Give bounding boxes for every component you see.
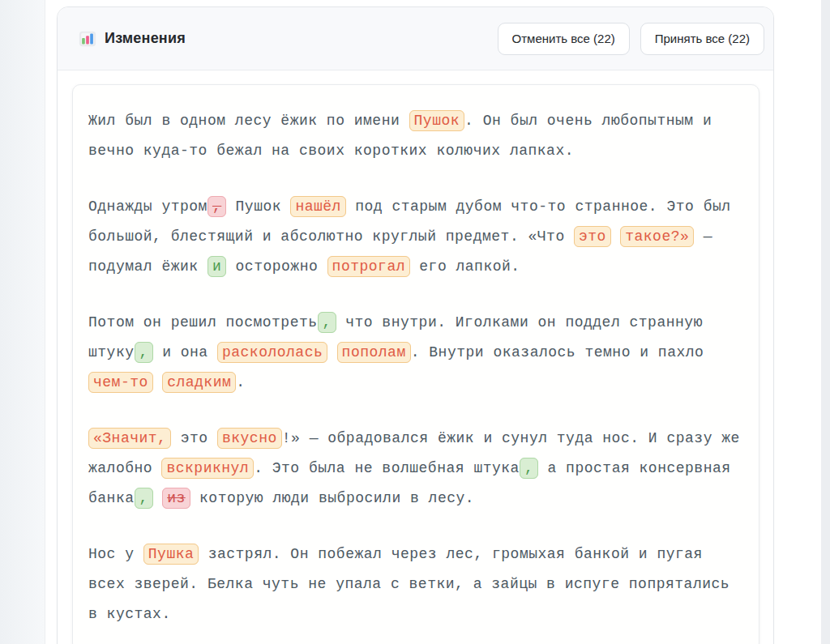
changed-text[interactable]: чем-то [88,372,153,393]
removed-text[interactable]: из [162,488,190,509]
added-text[interactable]: , [318,312,336,333]
header-actions: Отменить все (22) Принять все (22) [498,23,764,55]
text-run [153,374,162,390]
text-run: . Внутри оказалось темно и пахло [411,344,704,360]
changed-text[interactable]: пополам [337,342,411,363]
text-run: . [236,374,245,390]
changes-header: Изменения Отменить все (22) Принять все … [58,7,773,70]
changed-text[interactable]: «Значит, [88,428,171,449]
changed-text[interactable]: Пушка [143,544,199,565]
paragraph: Нос у Пушка застрял. Он побежал через ле… [88,540,743,629]
changed-text[interactable]: это [574,226,611,247]
added-text[interactable]: , [520,458,538,479]
text-run: осторожно [226,258,327,275]
text-run: Однажды утром [88,198,208,215]
text-run: его лапкой. [410,258,520,275]
added-text[interactable]: и [208,256,226,277]
text-run: Потом он решил посмотреть [88,314,318,331]
added-text[interactable]: , [135,342,153,363]
changed-text[interactable]: нашёл [290,196,346,217]
panel-title: Изменения [105,30,186,47]
text-run: Нос у [88,546,143,562]
paragraph: Потом он решил посмотреть, что внутри. И… [88,308,743,398]
changed-text[interactable]: вскрикнул [161,458,254,479]
paragraph: «Значит, это вкусно!» — обрадовался ёжик… [88,424,743,514]
text-run: Жил был в одном лесу ёжик по имени [88,113,409,129]
added-text[interactable]: , [135,488,153,509]
bar-chart-icon [79,30,96,48]
removed-text[interactable]: , [208,196,226,217]
document-text: Жил был в одном лесу ёжик по имени Пушок… [72,84,759,644]
text-run: это [171,430,217,446]
text-run: Пушок [226,198,290,215]
changes-panel: Изменения Отменить все (22) Принять все … [57,6,774,644]
changed-text[interactable]: сладким [162,372,236,393]
text-run [327,344,336,360]
paragraph: Однажды утром, Пушок нашёл под старым ду… [88,192,743,282]
paragraph: Жил был в одном лесу ёжик по имени Пушок… [88,106,743,166]
changed-text[interactable]: такое?» [620,226,694,247]
changed-text[interactable]: Пушок [409,110,465,131]
left-panel-edge [0,0,45,644]
text-run [611,228,620,245]
reject-all-button[interactable]: Отменить все (22) [498,23,630,55]
changed-text[interactable]: вкусно [217,428,282,449]
text-run: и она [153,344,217,360]
scrollbar-track [821,0,830,644]
changed-text[interactable]: потрогал [327,256,410,277]
text-run [153,490,162,506]
text-run: . Это была не волшебная штука [254,460,520,476]
changed-text[interactable]: раскололась [217,342,327,363]
text-run: которую люди выбросили в лесу. [190,490,474,506]
panel-body: Жил был в одном лесу ёжик по имени Пушок… [58,70,773,644]
header-title-group: Изменения [79,30,186,48]
accept-all-button[interactable]: Принять все (22) [640,23,764,55]
